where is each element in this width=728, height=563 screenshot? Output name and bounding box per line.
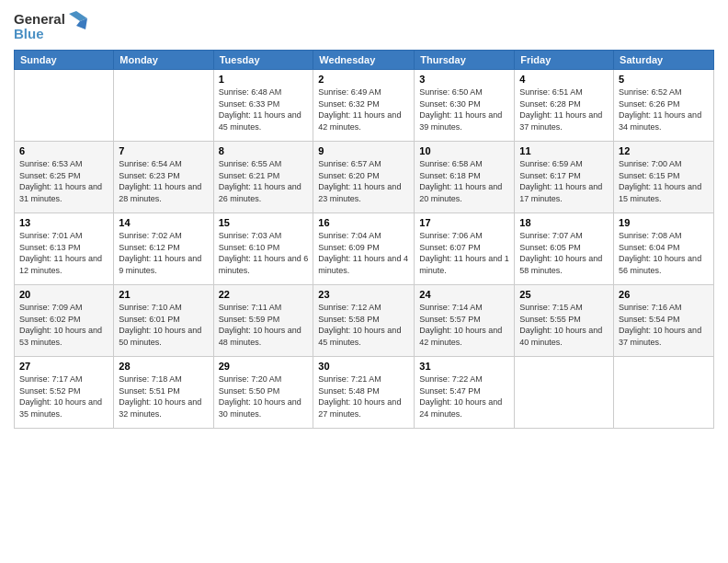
day-number: 17 — [419, 217, 509, 228]
day-number: 13 — [19, 217, 108, 228]
day-number: 18 — [519, 217, 609, 228]
calendar-cell: 6Sunrise: 6:53 AM Sunset: 6:25 PM Daylig… — [15, 142, 114, 213]
calendar-cell: 30Sunrise: 7:21 AM Sunset: 5:48 PM Dayli… — [313, 357, 415, 429]
day-number: 25 — [519, 289, 609, 300]
day-number: 21 — [119, 289, 208, 300]
page-container: General Blue SundayMondayTuesdayWednesda… — [0, 0, 728, 438]
day-info: Sunrise: 7:01 AM Sunset: 6:13 PM Dayligh… — [19, 230, 108, 276]
day-info: Sunrise: 6:51 AM Sunset: 6:28 PM Dayligh… — [519, 86, 609, 132]
day-number: 28 — [119, 361, 208, 372]
day-number: 9 — [318, 145, 409, 156]
day-info: Sunrise: 6:53 AM Sunset: 6:25 PM Dayligh… — [19, 158, 108, 204]
week-row-1: 1Sunrise: 6:48 AM Sunset: 6:33 PM Daylig… — [15, 70, 714, 142]
calendar-cell: 16Sunrise: 7:04 AM Sunset: 6:09 PM Dayli… — [313, 213, 415, 285]
calendar-cell: 19Sunrise: 7:08 AM Sunset: 6:04 PM Dayli… — [614, 213, 714, 285]
day-info: Sunrise: 7:20 AM Sunset: 5:50 PM Dayligh… — [219, 373, 309, 419]
weekday-header-monday: Monday — [114, 51, 213, 70]
day-number: 2 — [318, 74, 409, 85]
calendar-cell: 11Sunrise: 6:59 AM Sunset: 6:17 PM Dayli… — [515, 142, 614, 213]
day-info: Sunrise: 7:16 AM Sunset: 5:54 PM Dayligh… — [619, 302, 709, 348]
calendar-cell: 14Sunrise: 7:02 AM Sunset: 6:12 PM Dayli… — [114, 213, 213, 285]
calendar-cell: 2Sunrise: 6:49 AM Sunset: 6:32 PM Daylig… — [313, 70, 415, 142]
day-number: 7 — [119, 145, 208, 156]
calendar-cell: 8Sunrise: 6:55 AM Sunset: 6:21 PM Daylig… — [213, 142, 313, 213]
calendar-cell: 3Sunrise: 6:50 AM Sunset: 6:30 PM Daylig… — [415, 70, 515, 142]
day-number: 14 — [119, 217, 208, 228]
day-info: Sunrise: 7:12 AM Sunset: 5:58 PM Dayligh… — [318, 302, 409, 348]
calendar-cell: 31Sunrise: 7:22 AM Sunset: 5:47 PM Dayli… — [415, 357, 515, 429]
day-info: Sunrise: 6:50 AM Sunset: 6:30 PM Dayligh… — [419, 86, 509, 132]
day-info: Sunrise: 7:09 AM Sunset: 6:02 PM Dayligh… — [19, 302, 108, 348]
day-number: 22 — [219, 289, 309, 300]
calendar-cell: 9Sunrise: 6:57 AM Sunset: 6:20 PM Daylig… — [313, 142, 415, 213]
calendar-cell: 28Sunrise: 7:18 AM Sunset: 5:51 PM Dayli… — [114, 357, 213, 429]
day-number: 3 — [419, 74, 509, 85]
day-info: Sunrise: 7:15 AM Sunset: 5:55 PM Dayligh… — [519, 302, 609, 348]
header: General Blue — [14, 9, 714, 44]
day-info: Sunrise: 7:06 AM Sunset: 6:07 PM Dayligh… — [419, 230, 509, 276]
weekday-header-sunday: Sunday — [15, 51, 114, 70]
weekday-header-tuesday: Tuesday — [213, 51, 313, 70]
day-info: Sunrise: 6:55 AM Sunset: 6:21 PM Dayligh… — [219, 158, 309, 204]
day-info: Sunrise: 7:10 AM Sunset: 6:01 PM Dayligh… — [119, 302, 208, 348]
day-info: Sunrise: 7:11 AM Sunset: 5:59 PM Dayligh… — [219, 302, 309, 348]
calendar-cell: 1Sunrise: 6:48 AM Sunset: 6:33 PM Daylig… — [213, 70, 313, 142]
calendar-cell: 5Sunrise: 6:52 AM Sunset: 6:26 PM Daylig… — [614, 70, 714, 142]
day-info: Sunrise: 6:54 AM Sunset: 6:23 PM Dayligh… — [119, 158, 208, 204]
calendar-table: SundayMondayTuesdayWednesdayThursdayFrid… — [14, 50, 714, 429]
day-number: 10 — [419, 145, 509, 156]
day-number: 15 — [219, 217, 309, 228]
svg-text:General: General — [14, 11, 65, 27]
calendar-cell: 24Sunrise: 7:14 AM Sunset: 5:57 PM Dayli… — [415, 285, 515, 357]
day-info: Sunrise: 7:00 AM Sunset: 6:15 PM Dayligh… — [619, 158, 709, 204]
calendar-cell — [114, 70, 213, 142]
weekday-header-thursday: Thursday — [415, 51, 515, 70]
day-info: Sunrise: 7:04 AM Sunset: 6:09 PM Dayligh… — [318, 230, 409, 276]
day-number: 4 — [519, 74, 609, 85]
day-info: Sunrise: 7:07 AM Sunset: 6:05 PM Dayligh… — [519, 230, 609, 276]
weekday-header-wednesday: Wednesday — [313, 51, 415, 70]
day-number: 1 — [219, 74, 309, 85]
calendar-cell: 29Sunrise: 7:20 AM Sunset: 5:50 PM Dayli… — [213, 357, 313, 429]
calendar-cell — [15, 70, 114, 142]
weekday-header-saturday: Saturday — [614, 51, 714, 70]
calendar-cell: 17Sunrise: 7:06 AM Sunset: 6:07 PM Dayli… — [415, 213, 515, 285]
calendar-cell: 13Sunrise: 7:01 AM Sunset: 6:13 PM Dayli… — [15, 213, 114, 285]
weekday-header-friday: Friday — [515, 51, 614, 70]
calendar-cell — [614, 357, 714, 429]
calendar-cell: 26Sunrise: 7:16 AM Sunset: 5:54 PM Dayli… — [614, 285, 714, 357]
logo-svg: General Blue — [14, 9, 87, 44]
calendar-cell: 21Sunrise: 7:10 AM Sunset: 6:01 PM Dayli… — [114, 285, 213, 357]
day-number: 24 — [419, 289, 509, 300]
day-info: Sunrise: 7:02 AM Sunset: 6:12 PM Dayligh… — [119, 230, 208, 276]
day-info: Sunrise: 7:21 AM Sunset: 5:48 PM Dayligh… — [318, 373, 409, 419]
day-info: Sunrise: 7:18 AM Sunset: 5:51 PM Dayligh… — [119, 373, 208, 419]
day-number: 27 — [19, 361, 108, 372]
calendar-cell: 20Sunrise: 7:09 AM Sunset: 6:02 PM Dayli… — [15, 285, 114, 357]
day-number: 8 — [219, 145, 309, 156]
day-info: Sunrise: 6:49 AM Sunset: 6:32 PM Dayligh… — [318, 86, 409, 132]
week-row-5: 27Sunrise: 7:17 AM Sunset: 5:52 PM Dayli… — [15, 357, 714, 429]
day-info: Sunrise: 7:08 AM Sunset: 6:04 PM Dayligh… — [619, 230, 709, 276]
week-row-4: 20Sunrise: 7:09 AM Sunset: 6:02 PM Dayli… — [15, 285, 714, 357]
logo: General Blue — [14, 9, 87, 44]
day-info: Sunrise: 6:58 AM Sunset: 6:18 PM Dayligh… — [419, 158, 509, 204]
calendar-cell: 12Sunrise: 7:00 AM Sunset: 6:15 PM Dayli… — [614, 142, 714, 213]
day-info: Sunrise: 6:59 AM Sunset: 6:17 PM Dayligh… — [519, 158, 609, 204]
calendar-cell: 27Sunrise: 7:17 AM Sunset: 5:52 PM Dayli… — [15, 357, 114, 429]
day-info: Sunrise: 6:48 AM Sunset: 6:33 PM Dayligh… — [219, 86, 309, 132]
calendar-cell: 22Sunrise: 7:11 AM Sunset: 5:59 PM Dayli… — [213, 285, 313, 357]
day-number: 20 — [19, 289, 108, 300]
svg-text:Blue: Blue — [14, 26, 44, 41]
day-number: 12 — [619, 145, 709, 156]
day-info: Sunrise: 7:03 AM Sunset: 6:10 PM Dayligh… — [219, 230, 309, 276]
day-number: 31 — [419, 361, 509, 372]
day-info: Sunrise: 6:52 AM Sunset: 6:26 PM Dayligh… — [619, 86, 709, 132]
day-number: 11 — [519, 145, 609, 156]
calendar-cell: 7Sunrise: 6:54 AM Sunset: 6:23 PM Daylig… — [114, 142, 213, 213]
calendar-cell: 10Sunrise: 6:58 AM Sunset: 6:18 PM Dayli… — [415, 142, 515, 213]
calendar-cell: 23Sunrise: 7:12 AM Sunset: 5:58 PM Dayli… — [313, 285, 415, 357]
day-number: 5 — [619, 74, 709, 85]
day-number: 23 — [318, 289, 409, 300]
week-row-2: 6Sunrise: 6:53 AM Sunset: 6:25 PM Daylig… — [15, 142, 714, 213]
